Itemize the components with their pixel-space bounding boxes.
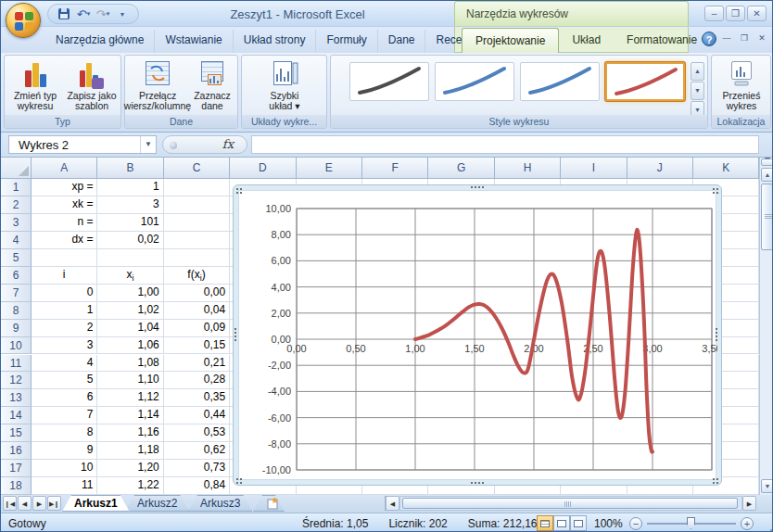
chart-handle-bottom[interactable] <box>471 482 473 484</box>
cell-C2[interactable] <box>164 196 230 214</box>
zoom-slider-handle[interactable] <box>687 517 695 529</box>
change-chart-type-button[interactable]: Zmień typ wykresu <box>8 59 62 111</box>
cell-B13[interactable]: 1,12 <box>97 389 163 407</box>
workbook-minimize-button[interactable]: — <box>718 32 735 45</box>
insert-worksheet-tab[interactable] <box>253 495 285 512</box>
cell-B11[interactable]: 1,08 <box>97 355 163 373</box>
column-header-F[interactable]: F <box>362 158 428 179</box>
cell-C8[interactable]: 0,04 <box>164 302 230 320</box>
cell-C6[interactable]: f(xi) <box>164 267 230 285</box>
embedded-chart[interactable]: 10,008,006,004,002,000,00-2,00-4,00-6,00… <box>233 184 722 486</box>
chart-handle-bottom-left[interactable] <box>236 478 238 480</box>
row-header-18[interactable]: 18 <box>1 477 32 495</box>
contextual-tab-3[interactable]: Formatowanie <box>614 30 710 53</box>
styl-wykresu-1[interactable] <box>349 62 429 101</box>
save-as-template-button[interactable]: Zapisz jako szablon <box>64 59 120 111</box>
row-header-15[interactable]: 15 <box>1 424 32 442</box>
next-sheet-button[interactable]: ▶ <box>32 496 46 511</box>
chart-handle-top[interactable] <box>471 186 473 188</box>
close-button[interactable]: ✕ <box>747 6 767 21</box>
cell-A15[interactable]: 8 <box>32 424 97 442</box>
cell-A14[interactable]: 7 <box>32 407 97 424</box>
column-header-K[interactable]: K <box>693 158 759 179</box>
ribbon-tab-4[interactable]: Formuły <box>316 30 377 53</box>
resize-grip[interactable] <box>770 529 772 531</box>
contextual-tab-2[interactable]: Układ <box>559 30 614 53</box>
cell-A7[interactable]: 0 <box>32 285 97 302</box>
cell-B7[interactable]: 1,00 <box>97 285 163 302</box>
hscroll-left-button[interactable]: ◀ <box>386 496 399 511</box>
row-header-2[interactable]: 2 <box>1 196 32 214</box>
row-header-8[interactable]: 8 <box>1 302 32 320</box>
chart-handle-right[interactable] <box>716 328 717 330</box>
cell-C17[interactable]: 0,73 <box>164 460 230 477</box>
cell-B16[interactable]: 1,18 <box>97 442 163 460</box>
cell-B4[interactable]: 0,02 <box>97 232 163 249</box>
zoom-level[interactable]: 100% <box>594 517 623 530</box>
normal-view-button[interactable] <box>537 515 553 531</box>
row-header-4[interactable]: 4 <box>1 232 32 249</box>
cell-C11[interactable]: 0,21 <box>164 355 230 373</box>
move-chart-button[interactable]: Przenieś wykres <box>714 59 769 111</box>
cell-A17[interactable]: 10 <box>32 460 97 477</box>
cell-B2[interactable]: 3 <box>97 196 163 214</box>
maximize-button[interactable]: ❐ <box>726 6 745 21</box>
cell-A1[interactable]: xp = <box>32 179 97 196</box>
last-sheet-button[interactable]: ▶❙ <box>47 496 61 511</box>
ribbon-tab-5[interactable]: Dane <box>378 30 426 53</box>
workbook-restore-button[interactable]: ❐ <box>736 32 753 45</box>
cell-C18[interactable]: 0,84 <box>164 477 230 495</box>
cell-C13[interactable]: 0,35 <box>164 389 230 407</box>
cell-C15[interactable]: 0,53 <box>164 424 230 442</box>
cell-B12[interactable]: 1,10 <box>97 372 163 389</box>
help-button[interactable]: ? <box>702 32 716 46</box>
cell-C5[interactable] <box>164 249 230 267</box>
cell-B6[interactable]: xi <box>97 267 163 285</box>
row-header-11[interactable]: 11 <box>1 355 32 373</box>
cell-C3[interactable] <box>164 214 230 232</box>
chart-handle-left[interactable] <box>234 328 236 330</box>
column-header-J[interactable]: J <box>627 158 693 179</box>
row-header-5[interactable]: 5 <box>1 249 32 267</box>
select-data-button[interactable]: Zaznacz dane <box>188 59 236 111</box>
page-break-view-button[interactable] <box>570 515 587 531</box>
row-header-7[interactable]: 7 <box>1 285 32 302</box>
vertical-scroll-thumb[interactable] <box>761 184 773 250</box>
cell-A8[interactable]: 1 <box>32 302 97 320</box>
cell-A4[interactable]: dx = <box>32 232 97 249</box>
insert-function-button[interactable]: fx <box>162 135 247 154</box>
row-header-17[interactable]: 17 <box>1 460 32 477</box>
cell-A11[interactable]: 4 <box>32 355 97 373</box>
cell-B9[interactable]: 1,04 <box>97 320 163 337</box>
zoom-out-button[interactable]: − <box>629 517 642 530</box>
horizontal-scroll-thumb[interactable] <box>402 498 738 509</box>
ribbon-tab-3[interactable]: Układ strony <box>234 30 317 53</box>
styl-wykresu-2[interactable] <box>435 62 514 101</box>
styl-wykresu-4[interactable] <box>605 62 685 101</box>
gallery-scroll-up-button[interactable]: ▲ <box>691 62 704 81</box>
cell-A3[interactable]: n = <box>32 214 97 232</box>
ribbon-tab-1[interactable]: Narzędzia główne <box>45 30 155 53</box>
page-layout-view-button[interactable] <box>553 515 570 531</box>
cell-C12[interactable]: 0,28 <box>164 372 230 389</box>
column-header-D[interactable]: D <box>230 158 296 179</box>
column-header-A[interactable]: A <box>32 158 97 179</box>
column-header-G[interactable]: G <box>428 158 494 179</box>
name-box-dropdown-icon[interactable]: ▼ <box>140 136 156 153</box>
contextual-tab-1[interactable]: Projektowanie <box>462 28 559 53</box>
cell-A5[interactable] <box>32 249 97 267</box>
cell-C16[interactable]: 0,62 <box>164 442 230 460</box>
cell-B5[interactable] <box>97 249 163 267</box>
workbook-close-button[interactable]: ✕ <box>754 32 770 45</box>
name-box[interactable]: Wykres 2 ▼ <box>8 135 157 154</box>
row-header-14[interactable]: 14 <box>1 407 32 424</box>
cell-B18[interactable]: 1,22 <box>97 477 163 495</box>
row-header-16[interactable]: 16 <box>1 442 32 460</box>
cell-A18[interactable]: 11 <box>32 477 97 495</box>
row-header-6[interactable]: 6 <box>1 267 32 285</box>
column-header-E[interactable]: E <box>297 158 362 179</box>
zoom-in-button[interactable]: + <box>741 517 754 530</box>
cell-A13[interactable]: 6 <box>32 389 97 407</box>
cell-B15[interactable]: 1,16 <box>97 424 163 442</box>
gallery-scroll-down-button[interactable]: ▼ <box>691 82 704 100</box>
